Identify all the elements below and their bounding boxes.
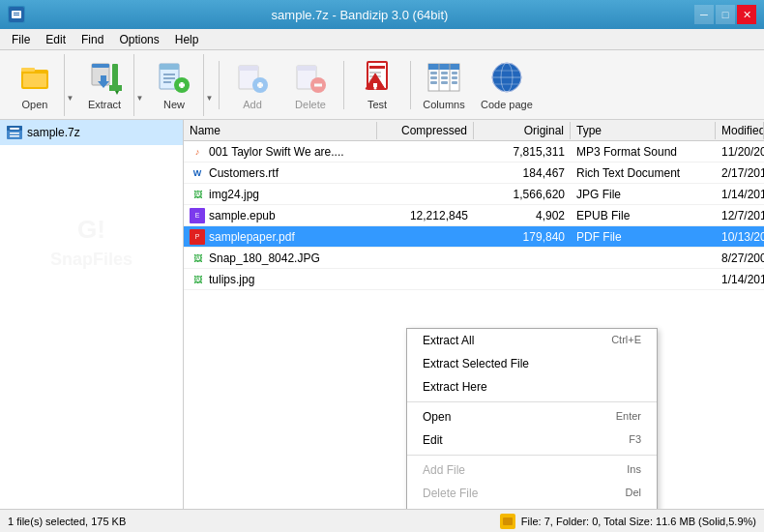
svg-rect-42 xyxy=(430,72,437,74)
table-row[interactable]: 🖼 Snap_180_8042.JPG 8/27/2004 xyxy=(184,248,764,269)
new-button[interactable]: New xyxy=(145,54,203,116)
table-row[interactable]: E sample.epub 12,212,845 4,902 EPUB File… xyxy=(184,205,764,226)
context-menu-item-extract-here[interactable]: Extract Here xyxy=(407,375,657,399)
col-header-name[interactable]: Name xyxy=(184,122,377,139)
svg-rect-31 xyxy=(369,66,385,69)
file-list-header: Name Compressed Original Type Modified xyxy=(184,120,764,141)
mp3-icon: ♪ xyxy=(190,144,205,160)
file-name-cell: 🖼 Snap_180_8042.JPG xyxy=(184,249,377,268)
maximize-button[interactable]: □ xyxy=(716,5,735,24)
file-type-cell: Rich Text Document xyxy=(571,164,716,182)
epub-icon: E xyxy=(190,208,205,223)
context-menu-item-rename-file: Rename File xyxy=(407,505,657,509)
menu-edit[interactable]: Edit xyxy=(38,31,73,48)
file-type-cell: PDF File xyxy=(571,228,716,246)
file-compressed-cell xyxy=(377,235,474,239)
new-label: New xyxy=(163,99,185,110)
ctx-item-label: Extract Selected File xyxy=(423,357,529,370)
col-header-modified[interactable]: Modified xyxy=(716,122,764,139)
extract-button[interactable]: Extract xyxy=(75,54,133,116)
rtf-icon: W xyxy=(190,165,205,181)
ctx-item-shortcut: F3 xyxy=(629,433,641,447)
minimize-button[interactable]: ─ xyxy=(694,5,714,24)
test-icon xyxy=(359,59,396,96)
file-original-cell: 7,815,311 xyxy=(474,143,571,161)
context-menu-item-extract-all[interactable]: Extract All Ctrl+E xyxy=(407,329,657,352)
status-right: File: 7, Folder: 0, Total Size: 11.6 MB … xyxy=(521,516,756,527)
svg-rect-22 xyxy=(239,66,258,71)
table-row[interactable]: P samplepaper.pdf 179,840 PDF File 10/13… xyxy=(184,226,764,248)
table-row[interactable]: W Customers.rtf 184,467 Rich Text Docume… xyxy=(184,163,764,184)
ctx-item-label: Extract All xyxy=(423,334,474,347)
jpg-icon: 🖼 xyxy=(190,251,205,266)
add-label: Add xyxy=(243,99,262,110)
new-dropdown-arrow[interactable]: ▼ xyxy=(203,54,215,116)
context-menu-item-extract-selected-file[interactable]: Extract Selected File xyxy=(407,352,657,375)
ctx-item-label: Edit xyxy=(423,433,443,447)
file-compressed-cell xyxy=(377,278,474,281)
extract-icon xyxy=(86,59,123,96)
table-row[interactable]: 🖼 img24.jpg 1,566,620 JPG File 1/14/2013 xyxy=(184,184,764,205)
col-header-compressed[interactable]: Compressed xyxy=(377,122,474,139)
menu-file[interactable]: File xyxy=(4,31,38,48)
context-menu-item-edit[interactable]: Edit F3 xyxy=(407,429,657,452)
status-icon xyxy=(500,514,515,529)
close-button[interactable]: ✕ xyxy=(737,5,756,24)
add-button[interactable]: Add xyxy=(223,54,281,116)
file-name-cell: 🖼 img24.jpg xyxy=(184,185,377,204)
file-original-cell xyxy=(474,278,571,281)
table-row[interactable]: ♪ 001 Taylor Swift We are.... 7,815,311 … xyxy=(184,141,764,163)
open-button[interactable]: Open xyxy=(6,54,64,116)
svg-rect-48 xyxy=(430,81,437,84)
menu-bar: File Edit Find Options Help xyxy=(0,29,764,50)
delete-button[interactable]: Delete xyxy=(281,54,339,116)
svg-rect-3 xyxy=(14,15,19,15)
columns-label: Columns xyxy=(423,99,464,110)
menu-help[interactable]: Help xyxy=(167,31,207,48)
svg-rect-60 xyxy=(10,133,19,134)
codepage-icon xyxy=(488,59,525,96)
file-name-cell: E sample.epub xyxy=(184,206,377,225)
svg-rect-25 xyxy=(259,82,262,88)
file-compressed-cell xyxy=(377,171,474,175)
tree-item-archive[interactable]: sample.7z xyxy=(0,120,183,145)
open-label: Open xyxy=(22,99,48,110)
new-button-group: New ▼ xyxy=(145,54,215,116)
file-type-cell: JPG File xyxy=(571,186,716,203)
codepage-label: Code page xyxy=(481,99,533,110)
test-label: Test xyxy=(367,99,387,110)
table-row[interactable]: 🖼 tulips.jpg 1/14/2013 xyxy=(184,269,764,290)
menu-options[interactable]: Options xyxy=(111,31,166,48)
open-button-group: Open ▼ xyxy=(6,54,75,116)
context-menu-item-delete-file: Delete File Del xyxy=(407,482,657,505)
svg-rect-47 xyxy=(452,76,457,79)
ctx-item-shortcut: Del xyxy=(625,487,641,500)
ctx-item-shortcut: Enter xyxy=(616,410,641,424)
open-dropdown-arrow[interactable]: ▼ xyxy=(64,54,75,116)
svg-rect-36 xyxy=(373,83,377,87)
extract-dropdown-arrow[interactable]: ▼ xyxy=(133,54,145,116)
file-modified-cell: 1/14/2013 xyxy=(716,186,764,203)
title-bar: sample.7z - Bandizip 3.0 (64bit) ─ □ ✕ xyxy=(0,0,764,29)
file-modified-cell: 11/20/201 xyxy=(716,143,764,161)
file-name-cell: P samplepaper.pdf xyxy=(184,227,377,247)
file-name-cell: ♪ 001 Taylor Swift We are.... xyxy=(184,142,377,162)
col-header-type[interactable]: Type xyxy=(571,122,716,139)
test-button[interactable]: Test xyxy=(348,54,406,116)
extract-label: Extract xyxy=(88,99,121,110)
toolbar-separator-3 xyxy=(410,61,411,109)
main-content: sample.7z G! SnapFiles Name Compressed O… xyxy=(0,120,764,509)
col-header-original[interactable]: Original xyxy=(474,122,571,139)
columns-icon xyxy=(426,59,462,96)
file-type-cell xyxy=(571,278,716,281)
codepage-button[interactable]: Code page xyxy=(473,54,541,116)
columns-button[interactable]: Columns xyxy=(415,54,473,116)
context-menu-item-open[interactable]: Open Enter xyxy=(407,405,657,429)
svg-marker-12 xyxy=(115,91,119,95)
svg-rect-14 xyxy=(160,64,179,70)
toolbar-separator-1 xyxy=(219,61,220,109)
jpg-icon: 🖼 xyxy=(190,187,205,202)
menu-find[interactable]: Find xyxy=(73,31,111,48)
delete-label: Delete xyxy=(295,99,326,110)
ctx-item-label: Extract Here xyxy=(423,380,487,394)
